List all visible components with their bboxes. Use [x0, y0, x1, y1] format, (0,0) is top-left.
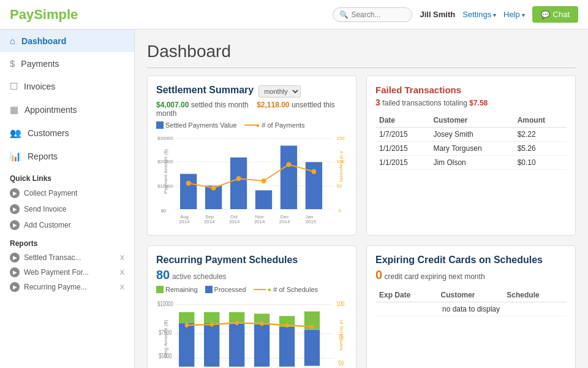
svg-point-52 — [285, 323, 289, 328]
cell-customer: Mary Torgusen — [429, 142, 513, 156]
expiring-cards-card: Expiring Credit Cards on Schedules 0 cre… — [366, 245, 576, 368]
legend-remaining-box — [156, 286, 164, 293]
period-select[interactable]: monthly weekly daily — [258, 85, 301, 98]
recurring-chart: $10000 $7500 $5000 100 75 50 — [156, 297, 347, 368]
settlement-summary-card: Settlement Summary monthly weekly daily … — [147, 75, 356, 236]
exp-col-schedule: Schedule — [503, 288, 567, 302]
svg-point-49 — [210, 322, 214, 327]
help-link[interactable]: Help — [503, 10, 525, 19]
quick-link-invoice[interactable]: ▶ Send Invoice — [0, 201, 134, 217]
sidebar-item-customers[interactable]: 👥 Customers — [0, 121, 134, 145]
reports-icon: 📊 — [10, 151, 21, 162]
quick-link-invoice-label: Send Invoice — [24, 205, 66, 213]
svg-text:2015: 2015 — [306, 219, 317, 224]
report-web-close[interactable]: X — [120, 269, 124, 276]
sidebar-item-appointments[interactable]: ▦ Appointments — [0, 98, 134, 121]
layout: ⌂ Dashboard $ Payments ☐ Invoices ▦ Appo… — [0, 29, 588, 368]
report-link-web[interactable]: ▶ Web Payment For... X — [0, 265, 134, 280]
svg-point-50 — [235, 321, 239, 326]
svg-rect-37 — [179, 312, 194, 323]
table-row: 1/1/2015Jim Olson$0.10 — [375, 156, 567, 170]
report-settled-close[interactable]: X — [120, 254, 124, 261]
sidebar-label-dashboard: Dashboard — [21, 36, 66, 46]
report-recurring-icon: ▶ — [10, 282, 20, 292]
exp-col-date: Exp Date — [375, 288, 437, 302]
svg-text:100: 100 — [336, 301, 344, 307]
report-link-recurring[interactable]: ▶ Recurring Payme... X — [0, 280, 134, 294]
logo-pay: Pay — [10, 7, 34, 22]
cards-grid: Settlement Summary monthly weekly daily … — [147, 75, 576, 368]
svg-point-48 — [185, 323, 189, 328]
svg-text:rring Amount ($): rring Amount ($) — [163, 320, 168, 358]
failed-title: Failed Transactions — [375, 85, 567, 95]
unsettled-amount: $2,118.00 — [257, 101, 289, 109]
collect-icon: ▶ — [10, 188, 20, 198]
col-date: Date — [375, 113, 429, 128]
legend-processed-box — [205, 286, 213, 293]
dollar-icon: $ — [10, 58, 15, 69]
logo-simple: Simple — [34, 7, 78, 22]
report-settled-label: Settled Transac... — [24, 253, 81, 262]
svg-rect-44 — [279, 327, 295, 367]
expiring-count: 0 — [375, 268, 382, 282]
recurring-title: Recurring Payment Schedules — [156, 255, 347, 266]
legend-remaining-label: Remaining — [165, 286, 198, 293]
svg-text:2014: 2014 — [179, 219, 190, 224]
settlement-legend: Settled Payments Value ● # of Payments — [156, 121, 347, 129]
invoice-icon: ☐ — [10, 81, 18, 92]
sidebar-label-invoices: Invoices — [24, 82, 55, 91]
report-recurring-label: Recurring Payme... — [24, 283, 87, 291]
legend-schedules-line — [254, 289, 266, 290]
legend-schedules-label: # of Schedules — [273, 286, 318, 293]
sidebar-label-customers: Customers — [28, 128, 69, 138]
quick-link-customer[interactable]: ▶ Add Customer — [0, 217, 134, 233]
sidebar-item-invoices[interactable]: ☐ Invoices — [0, 75, 134, 98]
svg-rect-40 — [229, 323, 244, 367]
search-input[interactable] — [351, 10, 406, 19]
svg-text:50: 50 — [338, 361, 344, 367]
chat-button[interactable]: Chat — [532, 6, 578, 23]
reports-section-title: Reports — [0, 233, 134, 250]
report-web-icon: ▶ — [10, 267, 20, 277]
sidebar: ⌂ Dashboard $ Payments ☐ Invoices ▦ Appo… — [0, 29, 135, 368]
settlement-title: Settlement Summary — [156, 85, 254, 96]
svg-rect-39 — [204, 312, 219, 323]
table-row: 1/1/2015Mary Torgusen$5.26 — [375, 142, 567, 156]
quick-link-collect-label: Collect Payment — [24, 189, 77, 197]
logo: PaySimple — [10, 7, 78, 23]
bar-aug — [180, 174, 197, 210]
recurring-payment-card: Recurring Payment Schedules 80 active sc… — [147, 245, 356, 368]
cell-amount: $2.22 — [514, 128, 567, 142]
report-link-settled[interactable]: ▶ Settled Transac... X — [0, 250, 134, 265]
legend-bar-label: Settled Payments Value — [165, 121, 237, 129]
sidebar-item-payments[interactable]: $ Payments — [0, 52, 134, 75]
svg-text:2014: 2014 — [229, 219, 240, 224]
sidebar-item-dashboard[interactable]: ⌂ Dashboard — [0, 29, 134, 52]
col-amount: Amount — [514, 113, 567, 128]
svg-text:$0: $0 — [161, 208, 167, 213]
dot-sep — [211, 186, 216, 191]
sidebar-item-reports[interactable]: 📊 Reports — [0, 145, 134, 168]
no-data-row: no data to display — [375, 302, 567, 316]
settings-link[interactable]: Settings — [462, 10, 496, 19]
report-recurring-close[interactable]: X — [120, 283, 124, 291]
sidebar-label-appointments: Appointments — [24, 105, 77, 115]
page-title: Dashboard — [147, 42, 576, 68]
svg-text:2014: 2014 — [279, 219, 290, 224]
quick-link-collect[interactable]: ▶ Collect Payment — [0, 185, 134, 201]
no-data-label: no data to display — [375, 302, 567, 316]
svg-rect-38 — [204, 323, 219, 367]
expiring-title: Expiring Credit Cards on Schedules — [375, 255, 567, 266]
bar-dec — [281, 146, 297, 210]
legend-schedules-dot: ● — [268, 286, 272, 293]
svg-text:2014: 2014 — [254, 219, 265, 224]
svg-rect-36 — [179, 323, 194, 367]
failed-transactions-card: Failed Transactions 3 failed transaction… — [366, 75, 576, 236]
svg-rect-42 — [254, 324, 270, 367]
svg-text:$10000: $10000 — [157, 301, 173, 307]
search-box[interactable]: 🔍 — [333, 7, 412, 22]
header-right: 🔍 Jill Smith Settings Help Chat — [333, 6, 578, 23]
col-customer: Customer — [429, 113, 513, 128]
legend-line-label: # of Payments — [262, 121, 304, 129]
expiring-table: Exp Date Customer Schedule no data to di… — [375, 288, 567, 316]
